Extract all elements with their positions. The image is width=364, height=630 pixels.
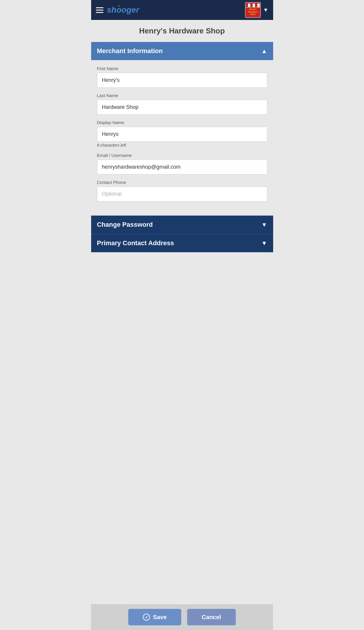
page-title: Henry's Hardware Shop	[96, 26, 268, 35]
display-name-input[interactable]	[97, 127, 267, 142]
first-name-label: First Name	[97, 66, 267, 71]
display-name-label: Display Name	[97, 120, 267, 125]
first-name-input[interactable]	[97, 73, 267, 88]
merchant-logo-thumbnail[interactable]: Henry'sHardwareStore	[245, 2, 261, 18]
merchant-info-label: Merchant Information	[97, 47, 163, 55]
hamburger-line-3	[96, 12, 103, 13]
hamburger-line-2	[96, 10, 103, 11]
contact-phone-input[interactable]	[97, 187, 267, 201]
logo-rest: oger	[121, 5, 139, 15]
logo-store-name: Henry'sHardwareStore	[248, 8, 258, 16]
primary-contact-label: Primary Contact Address	[97, 239, 174, 247]
last-name-group: Last Name	[97, 93, 267, 115]
logo-awning	[246, 4, 260, 8]
first-name-group: First Name	[97, 66, 267, 88]
change-password-chevron: ▼	[261, 221, 267, 228]
hamburger-line-1	[96, 7, 103, 8]
last-name-label: Last Name	[97, 93, 267, 98]
bottom-spacer	[91, 252, 273, 282]
hamburger-menu-button[interactable]	[96, 7, 103, 13]
merchant-info-header[interactable]: Merchant Information ▲	[91, 42, 273, 60]
header-left: sh o 〜 oger	[96, 5, 139, 15]
header-right: Henry'sHardwareStore ▼	[245, 2, 268, 18]
app-header: sh o 〜 oger Henry'sHardwareStore ▼	[91, 0, 273, 20]
merchant-info-form: First Name Last Name Display Name 9 char…	[91, 60, 273, 216]
shooger-logo: sh o 〜 oger	[107, 5, 139, 15]
page-title-bar: Henry's Hardware Shop	[91, 20, 273, 42]
email-input[interactable]	[97, 160, 267, 175]
primary-contact-chevron: ▼	[261, 240, 267, 247]
primary-contact-header[interactable]: Primary Contact Address ▼	[91, 234, 273, 252]
email-label: Email / Username	[97, 153, 267, 158]
logo-wifi-container: o 〜	[116, 5, 121, 15]
logo-text: sh	[107, 5, 117, 15]
contact-phone-label: Contact Phone	[97, 180, 267, 185]
email-group: Email / Username	[97, 153, 267, 175]
merchant-dropdown-arrow[interactable]: ▼	[263, 7, 268, 13]
change-password-header[interactable]: Change Password ▼	[91, 216, 273, 234]
display-name-group: Display Name 9 characters left	[97, 120, 267, 148]
merchant-info-chevron: ▲	[261, 48, 267, 55]
contact-phone-group: Contact Phone	[97, 180, 267, 201]
char-count-text: 9 characters left	[97, 143, 267, 148]
change-password-label: Change Password	[97, 221, 153, 228]
wifi-icon: 〜	[118, 4, 120, 8]
last-name-input[interactable]	[97, 100, 267, 115]
